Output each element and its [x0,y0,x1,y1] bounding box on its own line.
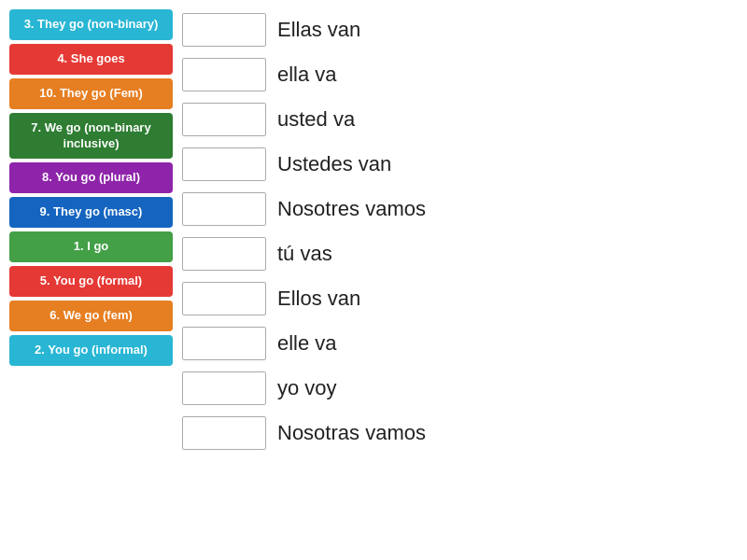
answer-input-6[interactable] [182,237,266,271]
match-label-2: ella va [277,63,337,87]
answer-input-5[interactable] [182,192,266,226]
match-label-7: Ellos van [277,287,360,311]
label-button-8[interactable]: 5. You go (formal) [9,266,173,297]
label-button-5[interactable]: 8. You go (plural) [9,162,173,193]
match-row-4: Ustedes van [182,144,738,185]
label-button-3[interactable]: 10. They go (Fem) [9,78,173,109]
answer-input-1[interactable] [182,13,266,47]
match-label-9: yo voy [277,376,337,400]
answer-input-10[interactable] [182,416,266,450]
match-label-3: usted va [277,107,355,132]
label-button-4[interactable]: 7. We go (non-binary inclusive) [9,113,173,160]
left-column: 3. They go (non-binary)4. She goes10. Th… [9,9,173,454]
match-row-9: yo voy [182,368,738,409]
right-column: Ellas vanella vausted vaUstedes vanNosot… [182,9,738,454]
match-row-10: Nosotras vamos [182,413,738,454]
match-row-3: usted va [182,99,738,140]
label-button-10[interactable]: 2. You go (informal) [9,335,173,366]
match-label-5: Nosotres vamos [277,197,426,221]
main-container: 3. They go (non-binary)4. She goes10. Th… [9,9,738,454]
answer-input-2[interactable] [182,58,266,91]
answer-input-4[interactable] [182,147,266,181]
match-row-1: Ellas van [182,9,738,50]
match-row-7: Ellos van [182,278,738,319]
match-label-6: tú vas [277,242,332,266]
label-button-7[interactable]: 1. I go [9,231,173,262]
label-button-6[interactable]: 9. They go (masc) [9,197,173,228]
answer-input-3[interactable] [182,103,266,136]
answer-input-8[interactable] [182,327,266,360]
label-button-2[interactable]: 4. She goes [9,44,173,75]
match-row-6: tú vas [182,233,738,274]
match-row-2: ella va [182,54,738,95]
match-row-8: elle va [182,323,738,364]
label-button-1[interactable]: 3. They go (non-binary) [9,9,173,40]
match-row-5: Nosotres vamos [182,189,738,230]
answer-input-7[interactable] [182,282,266,315]
match-label-1: Ellas van [277,18,360,42]
match-label-4: Ustedes van [277,152,391,176]
match-label-10: Nosotras vamos [277,421,426,445]
match-label-8: elle va [277,331,337,356]
answer-input-9[interactable] [182,371,266,405]
label-button-9[interactable]: 6. We go (fem) [9,301,173,331]
